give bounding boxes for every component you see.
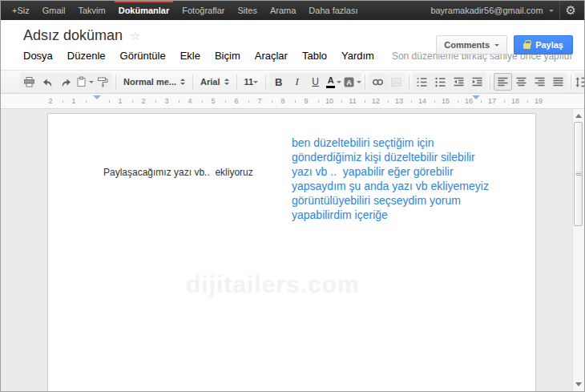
styles-dropdown[interactable]: Normal me... bbox=[119, 73, 189, 91]
topbar-divider bbox=[559, 1, 560, 20]
toolbar-separator bbox=[409, 75, 410, 90]
gear-icon[interactable]: ⚙ bbox=[566, 1, 576, 20]
topbar-nav-arama[interactable]: Arama bbox=[264, 1, 302, 20]
arrow-down-icon bbox=[575, 382, 582, 390]
font-dropdown-value: Arial bbox=[200, 77, 220, 87]
ruler-number: 15 bbox=[442, 97, 450, 105]
web-clipboard-button[interactable] bbox=[75, 73, 94, 91]
chevron-down-icon bbox=[357, 81, 361, 86]
paint-format-button[interactable] bbox=[94, 73, 112, 91]
insert-image-button[interactable] bbox=[387, 73, 405, 91]
comments-button[interactable]: Comments bbox=[436, 35, 507, 55]
ruler-tick bbox=[155, 100, 156, 103]
document-text-line: görüntülüyebiliri seçseydim yorum bbox=[292, 193, 489, 208]
paint-format-icon bbox=[97, 76, 109, 88]
print-button[interactable] bbox=[20, 73, 38, 91]
topbar-nav-sites[interactable]: Sites bbox=[231, 1, 263, 20]
bulleted-list-icon bbox=[434, 76, 446, 88]
highlight-color-button[interactable]: A bbox=[343, 73, 361, 91]
insert-link-icon bbox=[372, 76, 384, 88]
account-email[interactable]: bayramakadir56@gmail.com bbox=[430, 6, 543, 15]
ruler-tick bbox=[179, 100, 180, 103]
toolbar: Normal me...Arial11BIUAA bbox=[1, 70, 584, 94]
document-title[interactable]: Adsız doküman bbox=[23, 27, 123, 44]
topbar-nav-dok-manlar[interactable]: Dokümanlar bbox=[112, 1, 176, 20]
left-margin-marker[interactable] bbox=[93, 95, 101, 103]
align-left-button[interactable] bbox=[494, 73, 512, 91]
menu-item[interactable]: Tablo bbox=[295, 50, 334, 62]
font-size-dropdown[interactable]: 11 bbox=[240, 73, 263, 91]
ruler-tick bbox=[504, 100, 505, 103]
ruler-number: 11 bbox=[349, 97, 356, 105]
google-bar-right: bayramakadir56@gmail.com ⚙ bbox=[430, 1, 576, 20]
line-spacing-button[interactable] bbox=[575, 73, 585, 91]
topbar-nav-foto-raflar[interactable]: Fotoğraflar bbox=[176, 1, 231, 20]
ruler-number: 3 bbox=[164, 97, 168, 105]
italic-button[interactable]: I bbox=[288, 73, 306, 91]
outdent-button[interactable] bbox=[450, 73, 468, 91]
ruler-number: 12 bbox=[372, 97, 380, 105]
toolbar-separator bbox=[571, 75, 571, 90]
insert-link-button[interactable] bbox=[369, 73, 387, 91]
menu-item[interactable]: Biçim bbox=[208, 50, 248, 62]
bold-button[interactable]: B bbox=[269, 73, 288, 91]
comments-caret-icon bbox=[494, 44, 499, 49]
topbar-nav-takvim[interactable]: Takvim bbox=[71, 1, 111, 20]
scroll-down-button[interactable] bbox=[573, 380, 584, 390]
menu-item[interactable]: Araçlar bbox=[248, 50, 295, 62]
underline-button[interactable]: U bbox=[306, 73, 325, 91]
watermark: dijitailers.com bbox=[186, 271, 360, 298]
ruler-number: 10 bbox=[325, 97, 333, 105]
lock-icon bbox=[523, 43, 531, 49]
scroll-up-button[interactable] bbox=[573, 111, 584, 120]
text-color-button[interactable]: A bbox=[325, 73, 343, 91]
star-icon[interactable]: ☆ bbox=[130, 29, 140, 43]
account-menu-caret-icon bbox=[549, 10, 554, 14]
redo-icon bbox=[60, 76, 72, 88]
ruler-tick bbox=[272, 100, 272, 103]
menu-item[interactable]: Düzenle bbox=[60, 50, 113, 62]
ruler-tick bbox=[248, 100, 249, 103]
ruler-number: 2 bbox=[48, 97, 52, 105]
bulleted-list-button[interactable] bbox=[431, 73, 450, 91]
ruler-number: 5 bbox=[211, 97, 215, 105]
right-margin-marker[interactable] bbox=[472, 95, 480, 103]
align-right-button[interactable] bbox=[531, 73, 549, 91]
topbar-nav-gmail[interactable]: Gmail bbox=[36, 1, 72, 20]
align-right-icon bbox=[534, 76, 546, 88]
ruler-tick bbox=[109, 100, 110, 103]
numbered-list-button[interactable] bbox=[413, 73, 431, 91]
indent-button[interactable] bbox=[468, 73, 486, 91]
vertical-scrollbar[interactable] bbox=[572, 109, 584, 391]
align-justify-button[interactable] bbox=[549, 73, 567, 91]
ruler-number: 6 bbox=[234, 97, 238, 105]
share-button[interactable]: Paylaş bbox=[514, 35, 573, 55]
topbar-nav-daha-fazlas[interactable]: Daha fazlası bbox=[302, 1, 364, 20]
redo-button[interactable] bbox=[57, 73, 75, 91]
ruler-number: 2 bbox=[141, 97, 145, 105]
updown-caret-icon bbox=[180, 76, 185, 87]
menu-item[interactable]: Görüntüle bbox=[113, 50, 173, 62]
svg-text:A: A bbox=[346, 79, 352, 87]
insert-image-icon bbox=[390, 76, 402, 88]
ruler-number: 18 bbox=[511, 97, 519, 105]
align-center-button[interactable] bbox=[512, 73, 531, 91]
ruler-number: 14 bbox=[418, 97, 426, 105]
topbar-nav-siz[interactable]: +Siz bbox=[6, 1, 36, 20]
document-page[interactable]: Paylaşacağımız yazı vb.. ekliyoruz ben d… bbox=[47, 113, 536, 391]
undo-button[interactable] bbox=[38, 73, 57, 91]
ruler-number: 8 bbox=[280, 97, 284, 105]
menu-item[interactable]: Ekle bbox=[173, 50, 208, 62]
menu-item[interactable]: Dosya bbox=[16, 50, 60, 62]
menu-item[interactable]: Yardım bbox=[334, 50, 381, 62]
styles-dropdown-value: Normal me... bbox=[123, 77, 176, 87]
font-dropdown[interactable]: Arial bbox=[196, 73, 232, 91]
ruler-number: 9 bbox=[304, 97, 308, 105]
ruler-number: 17 bbox=[488, 97, 496, 105]
scrollbar-grip-icon bbox=[575, 172, 581, 176]
scrollbar-thumb[interactable] bbox=[574, 122, 583, 226]
undo-icon bbox=[42, 76, 54, 88]
ruler[interactable]: 2112345678910111213141516171819 bbox=[1, 94, 584, 109]
ruler-tick bbox=[527, 100, 528, 103]
ruler-number: 4 bbox=[188, 97, 192, 105]
